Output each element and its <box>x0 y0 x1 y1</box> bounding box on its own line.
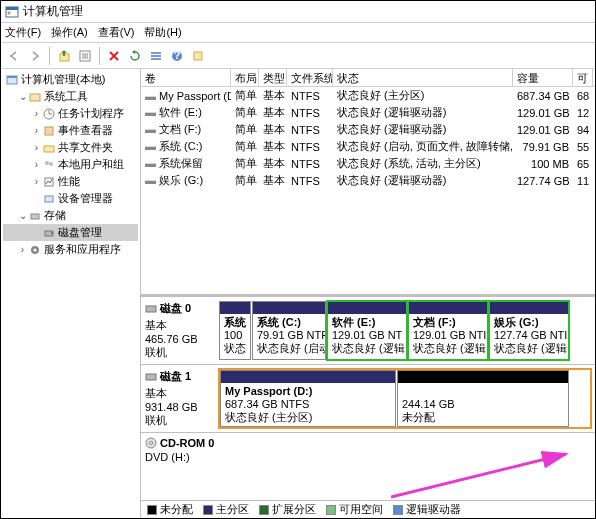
properties-button[interactable] <box>76 47 94 65</box>
svg-text:?: ? <box>174 50 181 61</box>
legend-primary: 主分区 <box>203 502 249 517</box>
tree-perf[interactable]: ›性能 <box>3 173 138 190</box>
legend-free: 可用空间 <box>326 502 383 517</box>
svg-rect-32 <box>146 374 156 380</box>
tree-shared[interactable]: ›共享文件夹 <box>3 139 138 156</box>
disk-row-cd: CD-ROM 0 DVD (H:) <box>141 433 595 467</box>
help-button[interactable]: ? <box>168 47 186 65</box>
menu-view[interactable]: 查看(V) <box>98 25 135 40</box>
volume-row[interactable]: ▬ 文档 (F:)简单基本NTFS状态良好 (逻辑驱动器)129.01 GB94 <box>141 121 595 138</box>
menu-action[interactable]: 操作(A) <box>51 25 88 40</box>
disk-row-0: 磁盘 0 基本 465.76 GB 联机 系统100状态 系统 (C:)79.9… <box>141 297 595 365</box>
disk-map: 磁盘 0 基本 465.76 GB 联机 系统100状态 系统 (C:)79.9… <box>141 297 595 518</box>
delete-button[interactable] <box>105 47 123 65</box>
partition-sysreserved[interactable]: 系统100状态 <box>219 301 251 360</box>
disk-header-cd[interactable]: CD-ROM 0 DVD (H:) <box>145 437 591 463</box>
svg-rect-26 <box>31 214 39 219</box>
legend-unallocated: 未分配 <box>147 502 193 517</box>
forward-button[interactable] <box>26 47 44 65</box>
tree-services[interactable]: ›服务和应用程序 <box>3 241 138 258</box>
col-avail[interactable]: 可 <box>573 69 593 86</box>
svg-rect-21 <box>44 146 54 152</box>
svg-point-30 <box>34 248 37 251</box>
volume-row[interactable]: ▬ 系统保留简单基本NTFS状态良好 (系统, 活动, 主分区)100 MB65 <box>141 155 595 172</box>
col-capacity[interactable]: 容量 <box>513 69 573 86</box>
svg-rect-15 <box>7 76 17 78</box>
expand-icon[interactable]: › <box>31 176 42 187</box>
cd-icon <box>145 437 157 449</box>
disk-icon <box>145 371 157 383</box>
app-icon <box>5 5 19 19</box>
menu-help[interactable]: 帮助(H) <box>144 25 181 40</box>
separator <box>49 47 50 65</box>
legend-logical: 逻辑驱动器 <box>393 502 461 517</box>
tree-systools[interactable]: ⌄系统工具 <box>3 88 138 105</box>
legend: 未分配 主分区 扩展分区 可用空间 逻辑驱动器 <box>141 500 595 518</box>
svg-point-23 <box>49 162 53 166</box>
menu-file[interactable]: 文件(F) <box>5 25 41 40</box>
expand-icon[interactable]: › <box>31 142 42 153</box>
svg-rect-13 <box>194 52 202 60</box>
collapse-icon[interactable]: ⌄ <box>17 91 28 102</box>
collapse-icon[interactable]: ⌄ <box>17 210 28 221</box>
svg-rect-16 <box>30 94 40 101</box>
disk-header-1[interactable]: 磁盘 1 基本 931.48 GB 联机 <box>145 369 215 428</box>
legend-extended: 扩展分区 <box>259 502 316 517</box>
window-title: 计算机管理 <box>23 3 83 20</box>
col-layout[interactable]: 布局 <box>231 69 259 86</box>
up-button[interactable] <box>55 47 73 65</box>
expand-icon[interactable]: › <box>31 159 42 170</box>
tree-diskmgmt[interactable]: 磁盘管理 <box>3 224 138 241</box>
partition-g[interactable]: 娱乐 (G:)127.74 GB NTI状态良好 (逻辑 <box>489 301 569 360</box>
settings-button[interactable] <box>189 47 207 65</box>
list-button[interactable] <box>147 47 165 65</box>
volume-list: 卷 布局 类型 文件系统 状态 容量 可 ▬ My Passport (D:)简… <box>141 69 595 297</box>
tree-devmgr[interactable]: 设备管理器 <box>3 190 138 207</box>
expand-icon[interactable]: › <box>17 244 28 255</box>
svg-rect-8 <box>151 52 161 54</box>
svg-point-34 <box>150 442 153 445</box>
expand-icon[interactable]: › <box>31 125 42 136</box>
expand-icon[interactable]: › <box>31 108 42 119</box>
back-button[interactable] <box>5 47 23 65</box>
svg-rect-1 <box>6 7 18 10</box>
tree-event[interactable]: ›事件查看器 <box>3 122 138 139</box>
partition-unallocated[interactable]: 244.14 GB未分配 <box>397 370 569 427</box>
separator <box>99 47 100 65</box>
tree-storage[interactable]: ⌄存储 <box>3 207 138 224</box>
volume-row[interactable]: ▬ 娱乐 (G:)简单基本NTFS状态良好 (逻辑驱动器)127.74 GB11 <box>141 172 595 189</box>
volume-row[interactable]: ▬ 系统 (C:)简单基本NTFS状态良好 (启动, 页面文件, 故障转储, 主… <box>141 138 595 155</box>
partition-f[interactable]: 文档 (F:)129.01 GB NTI状态良好 (逻辑 <box>408 301 488 360</box>
partition-d[interactable]: My Passport (D:)687.34 GB NTFS状态良好 (主分区) <box>220 370 396 427</box>
partition-c[interactable]: 系统 (C:)79.91 GB NTF状态良好 (启动 <box>252 301 326 360</box>
col-status[interactable]: 状态 <box>333 69 513 86</box>
volume-list-header: 卷 布局 类型 文件系统 状态 容量 可 <box>141 69 595 87</box>
disk-row-1: 磁盘 1 基本 931.48 GB 联机 My Passport (D:)687… <box>141 365 595 433</box>
svg-rect-25 <box>45 196 53 202</box>
col-fs[interactable]: 文件系统 <box>287 69 333 86</box>
col-volume[interactable]: 卷 <box>141 69 231 86</box>
partition-e[interactable]: 软件 (E:)129.01 GB NT状态良好 (逻辑 <box>327 301 407 360</box>
disk-icon <box>145 303 157 315</box>
col-type[interactable]: 类型 <box>259 69 287 86</box>
svg-point-28 <box>51 232 53 234</box>
svg-rect-20 <box>45 127 53 135</box>
svg-rect-10 <box>151 58 161 60</box>
svg-point-2 <box>8 11 11 14</box>
menubar: 文件(F) 操作(A) 查看(V) 帮助(H) <box>1 23 595 43</box>
svg-rect-31 <box>146 306 156 312</box>
tree-task[interactable]: ›任务计划程序 <box>3 105 138 122</box>
svg-point-22 <box>45 161 49 165</box>
disk-header-0[interactable]: 磁盘 0 基本 465.76 GB 联机 <box>145 301 215 360</box>
svg-rect-9 <box>151 55 161 57</box>
tree-panel: 计算机管理(本地) ⌄系统工具 ›任务计划程序 ›事件查看器 ›共享文件夹 ›本… <box>1 69 141 518</box>
tree-root[interactable]: 计算机管理(本地) <box>3 71 138 88</box>
toolbar: ? <box>1 43 595 69</box>
refresh-button[interactable] <box>126 47 144 65</box>
volume-row[interactable]: ▬ My Passport (D:)简单基本NTFS状态良好 (主分区)687.… <box>141 87 595 104</box>
volume-row[interactable]: ▬ 软件 (E:)简单基本NTFS状态良好 (逻辑驱动器)129.01 GB12 <box>141 104 595 121</box>
tree-users[interactable]: ›本地用户和组 <box>3 156 138 173</box>
